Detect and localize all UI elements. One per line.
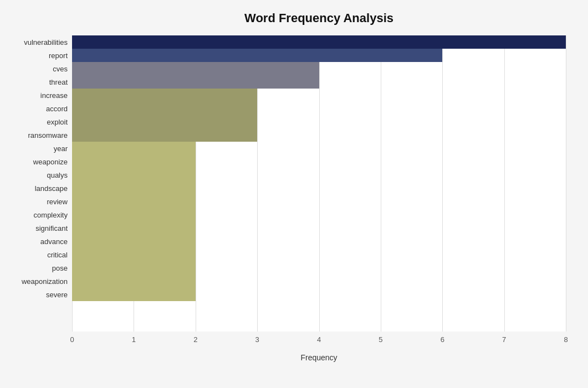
x-tick-label: 4: [317, 335, 321, 344]
bar-row: complexity: [72, 208, 566, 221]
bar-label: accord: [1, 105, 68, 113]
bar: [72, 275, 196, 288]
bar: [72, 155, 196, 168]
x-tick-label: 6: [441, 335, 444, 344]
bar-track: [72, 35, 566, 49]
bar-row: increase: [72, 89, 566, 102]
grid-line: [566, 35, 566, 332]
bar: [72, 75, 319, 89]
bar: [72, 142, 196, 155]
bar: [72, 102, 257, 115]
bar-row: exploit: [72, 115, 566, 128]
bar-track: [72, 128, 566, 142]
plot-wrapper: vulnerabilitiesreportcvesthreatincreasea…: [72, 35, 566, 332]
bar-row: severe: [72, 288, 566, 301]
x-axis-label: Frequency: [72, 353, 566, 362]
bar-track: [72, 248, 566, 261]
bar-label: critical: [1, 251, 68, 259]
bar-label: review: [1, 198, 68, 206]
bar: [72, 182, 196, 195]
plot-area: vulnerabilitiesreportcvesthreatincreasea…: [72, 35, 566, 301]
bar-track: [72, 208, 566, 221]
bar: [72, 221, 196, 235]
bar-label: advance: [1, 237, 68, 246]
x-tick-label: 7: [502, 335, 506, 344]
bar-track: [72, 275, 566, 288]
bar-label: weaponization: [1, 277, 68, 286]
x-tick-label: 8: [564, 335, 567, 344]
bar: [72, 261, 196, 275]
bar: [72, 49, 442, 62]
bar-label: ransomware: [1, 131, 68, 139]
bar-track: [72, 89, 566, 102]
bar-label: weaponize: [1, 158, 68, 166]
bar-label: increase: [1, 91, 68, 100]
bar-label: significant: [1, 224, 68, 232]
bar-label: exploit: [1, 118, 68, 126]
x-tick-label: 5: [379, 335, 382, 344]
bar-track: [72, 168, 566, 182]
bar-track: [72, 221, 566, 235]
bar-label: complexity: [1, 211, 68, 219]
bar-row: critical: [72, 248, 566, 261]
bar-track: [72, 62, 566, 75]
bar-track: [72, 235, 566, 248]
bar: [72, 89, 257, 102]
chart-area: vulnerabilitiesreportcvesthreatincreasea…: [72, 35, 566, 362]
bar-label: pose: [1, 264, 68, 272]
x-axis: 012345678: [72, 334, 566, 351]
bar-label: qualys: [1, 171, 68, 179]
bar-track: [72, 182, 566, 195]
bar: [72, 115, 257, 128]
bar: [72, 128, 257, 142]
bar-row: qualys: [72, 168, 566, 182]
bar-label: year: [1, 144, 68, 153]
bar: [72, 235, 196, 248]
bar-track: [72, 75, 566, 89]
bar-track: [72, 195, 566, 208]
bar-row: year: [72, 142, 566, 155]
bar: [72, 248, 196, 261]
bar-label: severe: [1, 291, 68, 299]
chart-container: Word Frequency Analysis vulnerabilitiesr…: [0, 0, 588, 388]
bar-label: threat: [1, 78, 68, 86]
bar-track: [72, 261, 566, 275]
bar-row: report: [72, 49, 566, 62]
bar-track: [72, 155, 566, 168]
bar: [72, 168, 196, 182]
x-tick-label: 1: [132, 335, 136, 344]
bar-label: cves: [1, 65, 68, 73]
chart-title: Word Frequency Analysis: [72, 11, 566, 25]
x-tick-label: 3: [255, 335, 259, 344]
bar-track: [72, 49, 566, 62]
bar-track: [72, 142, 566, 155]
x-tick-label: 2: [193, 335, 197, 344]
bar-label: vulnerabilities: [1, 38, 68, 46]
bar: [72, 195, 196, 208]
bar: [72, 35, 566, 49]
bar-row: vulnerabilities: [72, 35, 566, 49]
bar-track: [72, 102, 566, 115]
bar: [72, 288, 196, 301]
bar-row: ransomware: [72, 128, 566, 142]
bar: [72, 62, 319, 75]
bar-row: cves: [72, 62, 566, 75]
bar-label: landscape: [1, 184, 68, 193]
bar-row: advance: [72, 235, 566, 248]
bar-row: weaponization: [72, 275, 566, 288]
x-tick-label: 0: [70, 335, 74, 344]
bar-row: weaponize: [72, 155, 566, 168]
bar: [72, 208, 196, 221]
bar-label: report: [1, 51, 68, 60]
bar-track: [72, 288, 566, 301]
bar-row: threat: [72, 75, 566, 89]
bar-track: [72, 115, 566, 128]
bar-row: significant: [72, 221, 566, 235]
bar-row: review: [72, 195, 566, 208]
bar-row: landscape: [72, 182, 566, 195]
bar-row: pose: [72, 261, 566, 275]
bar-row: accord: [72, 102, 566, 115]
